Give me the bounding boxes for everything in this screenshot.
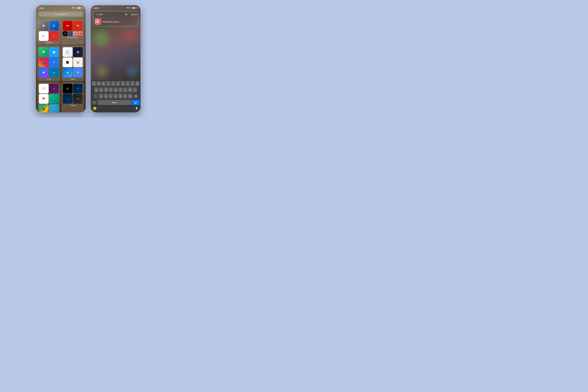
camera-icon[interactable] — [63, 84, 72, 94]
battery-icon — [78, 7, 80, 9]
key-e[interactable]: e — [102, 81, 106, 86]
svg-point-49 — [130, 8, 131, 9]
key-j[interactable]: j — [123, 87, 128, 92]
key-s[interactable]: s — [99, 87, 103, 92]
delete-key[interactable]: ⌫ — [133, 94, 138, 99]
svg-rect-1 — [73, 7, 73, 8]
calendar-face: 31 — [42, 97, 45, 100]
key-o[interactable]: o — [130, 81, 135, 86]
twitter-icon[interactable] — [49, 47, 59, 57]
slack-icon[interactable]: # — [49, 84, 59, 94]
linkedin-icon[interactable]: in — [49, 68, 59, 78]
shift-key[interactable]: ⇧ — [93, 94, 98, 99]
key-q[interactable]: q — [92, 81, 96, 86]
gmail-icon[interactable] — [39, 84, 48, 94]
key-z[interactable]: z — [99, 94, 103, 99]
recently-added-folder[interactable]: RM M ⬛ 🎮 ♟ ♞ Recently Added — [62, 20, 84, 44]
ebay-icon[interactable]: eBay — [39, 31, 48, 41]
key-y[interactable]: y — [116, 81, 120, 86]
left-status-icons: 84 — [72, 7, 83, 9]
pocketed-icon[interactable]: ⬛ — [63, 31, 68, 36]
right-search-bar[interactable]: Real — [94, 12, 129, 17]
left-time: 11:54 — [39, 7, 44, 9]
mcdonalds-icon[interactable]: M — [73, 21, 83, 31]
left-status-bar: 11:54 — [36, 5, 86, 10]
key-r[interactable]: r — [106, 81, 110, 86]
key-h[interactable]: h — [118, 87, 122, 92]
key-v[interactable]: v — [114, 94, 118, 99]
key-g[interactable]: g — [114, 87, 118, 92]
settings-icon[interactable] — [39, 21, 48, 30]
vpn-icon[interactable] — [73, 47, 83, 57]
messenger-icon[interactable]: 💬 — [39, 68, 48, 78]
safari-icon[interactable] — [63, 47, 72, 57]
right-search-container[interactable]: Real Cancel — [91, 10, 140, 28]
clock-icon[interactable]: 6 12 — [63, 58, 72, 67]
chess-horse-icon: ♞ — [96, 19, 100, 24]
key-p[interactable]: p — [135, 81, 140, 86]
svg-point-32 — [67, 88, 68, 89]
google-maps-icon[interactable]: 🗺 — [73, 68, 83, 78]
key-b[interactable]: b — [118, 94, 122, 99]
emoji-key[interactable]: 😊 — [92, 106, 97, 111]
lightroom-icon[interactable]: Lr — [63, 94, 72, 104]
left-search-container[interactable]: App Library — [36, 10, 86, 18]
key-u[interactable]: u — [121, 81, 125, 86]
suggestions-folder[interactable]: G eBay f Suggestions — [38, 20, 60, 44]
fuji-icon[interactable]: FUJ — [73, 94, 83, 104]
multi-icon[interactable]: 🎮 — [68, 31, 72, 36]
svg-rect-46 — [127, 8, 128, 8]
horse-icon[interactable]: ♞ — [78, 31, 83, 36]
productivity-folder[interactable]: # 31 ✓ 🎥 — [38, 82, 60, 112]
key-i[interactable]: i — [126, 81, 130, 86]
utilities-label: Utilities — [70, 78, 75, 80]
social-label: Social — [47, 78, 51, 80]
space-key[interactable]: space — [98, 100, 131, 105]
social-folder[interactable]: 💬 📷 f 💬 in — [38, 46, 60, 81]
key-l[interactable]: l — [133, 87, 137, 92]
royal-mail-icon[interactable]: RM — [63, 21, 72, 31]
left-search-highlight: App Library — [38, 11, 84, 17]
grid-app-icon[interactable] — [73, 58, 83, 67]
tasks-icon[interactable]: ✓ — [49, 94, 59, 104]
key-w[interactable]: w — [97, 81, 101, 86]
photoshop-icon[interactable]: Ps — [73, 84, 83, 94]
key-c[interactable]: c — [109, 94, 113, 99]
folder-icon — [52, 108, 56, 110]
appstore-icon[interactable] — [63, 68, 72, 78]
calendar-icon[interactable]: 31 — [39, 94, 48, 104]
microphone-icon — [135, 107, 138, 110]
key-k[interactable]: k — [128, 87, 132, 92]
google-news-icon[interactable]: G — [49, 21, 59, 30]
key-m[interactable]: m — [128, 94, 132, 99]
key-f[interactable]: f — [109, 87, 113, 92]
search-input-row: Real Cancel — [94, 12, 137, 17]
key-d[interactable]: d — [104, 87, 108, 92]
utilities-folder[interactable]: 6 12 — [62, 46, 84, 81]
instagram-icon[interactable]: 📷 — [39, 58, 48, 67]
chess-icon[interactable]: ♟ — [73, 31, 78, 36]
search-clear-button[interactable] — [125, 13, 128, 16]
search-value[interactable]: Real — [98, 13, 124, 16]
cancel-button[interactable]: Cancel — [131, 13, 137, 16]
facebook-icon[interactable]: f — [49, 58, 59, 67]
keyboard-bottom-bar: 😊 — [92, 106, 140, 111]
key-x[interactable]: x — [104, 94, 108, 99]
num-key[interactable]: 123 — [92, 100, 97, 105]
search-result-row[interactable]: ♞ Really Bad Chess+ — [94, 18, 137, 26]
files-icon[interactable] — [49, 104, 59, 112]
flipboard-icon[interactable]: f — [49, 31, 59, 41]
right-battery-fill — [133, 8, 134, 8]
svg-line-8 — [56, 14, 56, 15]
left-search-bar[interactable]: App Library — [39, 12, 83, 16]
whatsapp-icon[interactable]: 💬 — [39, 47, 48, 57]
keyboard-row-1: q w e r t y u i o p — [92, 81, 140, 86]
camera-shape — [66, 87, 69, 90]
go-key[interactable]: go — [132, 100, 140, 105]
key-t[interactable]: t — [111, 81, 116, 86]
mic-key[interactable] — [134, 106, 139, 111]
gcam-icon[interactable]: 🎥 — [39, 104, 48, 112]
creativity-folder[interactable]: Ps Lr FUJ Creativity — [62, 82, 84, 112]
key-n[interactable]: n — [123, 94, 128, 99]
key-a[interactable]: a — [94, 87, 98, 92]
